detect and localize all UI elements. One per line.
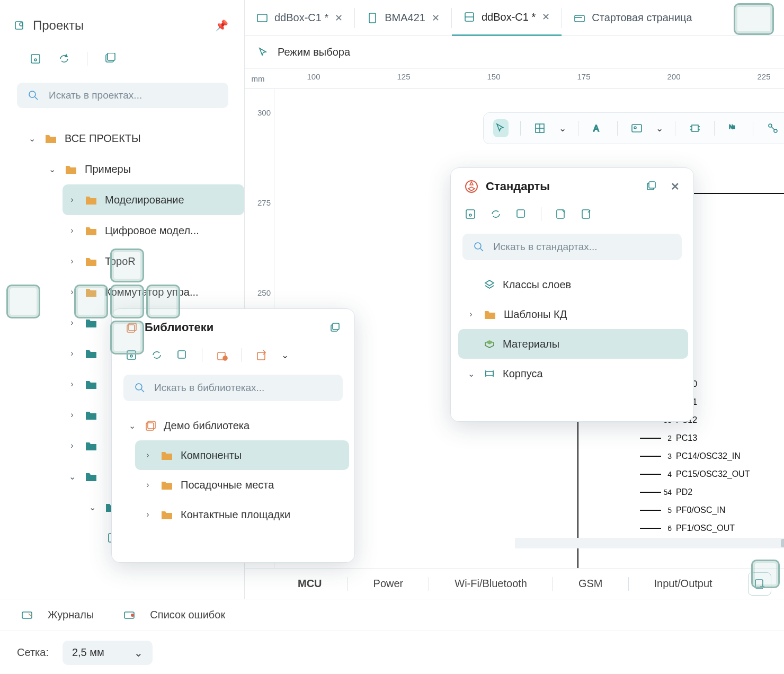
svg-point-22 [634, 127, 636, 129]
folder-teal-icon [85, 440, 97, 451]
tree-label: Классы слоев [503, 279, 571, 291]
dock-hint-edge[interactable] [6, 285, 40, 318]
chevron-down-icon: ⌄ [134, 646, 143, 659]
folder-icon [85, 255, 97, 267]
cursor-icon [495, 122, 506, 134]
image-icon [631, 122, 643, 134]
close-icon[interactable]: ✕ [671, 180, 680, 193]
dock-hint-right[interactable] [146, 285, 180, 318]
tab-schematic[interactable]: ddBox-C1 * ✕ [452, 0, 562, 36]
collapse-icon[interactable] [176, 349, 188, 361]
tree-label: Цифровое модел... [105, 225, 199, 237]
select-tool-button[interactable] [493, 119, 509, 137]
std-item-materials[interactable]: › Материалы [458, 329, 688, 359]
folder-icon [85, 194, 97, 206]
restore-icon[interactable] [645, 180, 657, 192]
tree-item-topor[interactable]: › TopoR [63, 246, 244, 277]
svg-rect-56 [486, 371, 493, 376]
refresh-icon[interactable] [490, 208, 502, 220]
refresh-icon[interactable] [58, 53, 70, 65]
standards-popup[interactable]: Стандарты ✕ Искать в стандартах... › Кла… [450, 167, 694, 422]
chevron-down-icon[interactable]: ⌄ [559, 123, 566, 134]
svg-rect-38 [178, 351, 185, 358]
standards-search[interactable]: Искать в стандартах... [462, 234, 682, 260]
folder-icon [161, 509, 173, 520]
reveal-icon[interactable] [30, 53, 41, 65]
sheet-tab[interactable]: GSM [578, 578, 603, 590]
schematic-icon [464, 11, 475, 23]
tree-label: Контактные площадки [181, 509, 290, 521]
projects-icon [14, 20, 25, 31]
lib-item-footprints[interactable]: › Посадочные места [135, 470, 349, 500]
ruler-tick: 300 [257, 108, 271, 117]
grid-select[interactable]: 2,5 мм ⌄ [63, 641, 153, 665]
designator-tool-button[interactable]: № [726, 119, 742, 137]
import-std-icon[interactable] [555, 208, 567, 220]
mode-label: Режим выбора [278, 46, 350, 58]
lib-root[interactable]: ⌄ Демо библиотека [119, 411, 349, 440]
dock-hint-corner[interactable] [734, 3, 774, 35]
pin-stub [640, 438, 661, 439]
tab-home[interactable]: Стартовая страница [562, 0, 703, 36]
mode-bar: Режим выбора [245, 36, 784, 69]
pin-row: 5PF0/OSC_IN [567, 501, 750, 519]
tree-item-primery[interactable]: ⌄ Примеры [42, 154, 244, 184]
projects-search[interactable]: Искать в проектах... [17, 83, 228, 108]
restore-icon[interactable] [329, 322, 341, 333]
close-icon[interactable]: ✕ [542, 11, 550, 23]
dock-hint-top[interactable] [110, 249, 144, 282]
sheet-tab[interactable]: Input/Output [654, 578, 712, 590]
component-tool-button[interactable] [687, 119, 702, 137]
grid-tool-button[interactable] [532, 119, 548, 137]
tab-file[interactable]: BMA421 ✕ [355, 0, 451, 36]
sheet-tab[interactable]: Power [373, 578, 404, 590]
collapse-icon[interactable] [104, 53, 116, 65]
tab-label: Стартовая страница [592, 12, 692, 24]
lib-item-pads[interactable]: › Контактные площадки [135, 500, 349, 529]
svg-text:A: A [593, 124, 599, 133]
dock-hint-left[interactable] [74, 285, 108, 318]
dock-hint-bottom[interactable] [110, 321, 144, 354]
tab-label: ddBox-C1 * [482, 11, 536, 23]
tree-item-digital[interactable]: › Цифровое модел... [63, 215, 244, 246]
scrollbar-thumb[interactable] [781, 539, 784, 547]
libraries-search[interactable]: Искать в библиотеках... [123, 375, 343, 401]
dock-hint-center[interactable] [110, 285, 144, 318]
net-tool-button[interactable] [765, 119, 780, 137]
text-tool-button[interactable]: A [590, 119, 605, 137]
std-item-templates[interactable]: › Шаблоны КД [458, 299, 688, 329]
reveal-icon[interactable] [465, 208, 476, 220]
std-item-layers[interactable]: › Классы слоев [458, 270, 688, 299]
status-bar: Сетка: 2,5 мм ⌄ [0, 631, 784, 674]
libraries-popup[interactable]: Библиотеки ⌄ Искать в библиотеках... ⌄ Д… [111, 308, 355, 563]
lib-item-components[interactable]: › Компоненты [135, 440, 349, 470]
ruler-unit: mm [245, 69, 271, 88]
tree-item-model[interactable]: › Моделирование [63, 184, 244, 215]
search-placeholder: Искать в стандартах... [493, 241, 598, 253]
close-icon[interactable]: ✕ [432, 12, 440, 24]
dock-hint-corner[interactable] [751, 560, 780, 588]
sheet-tab[interactable]: Wi-Fi/Bluetooth [455, 578, 527, 590]
import-lib-icon[interactable] [256, 349, 268, 361]
sheet-tab[interactable]: MCU [298, 578, 322, 590]
tab-board[interactable]: ddBox-C1 * ✕ [245, 0, 354, 36]
image-tool-button[interactable] [629, 119, 645, 137]
folder-icon [85, 225, 97, 236]
package-icon [484, 368, 495, 379]
std-item-packages[interactable]: ⌄ Корпуса [458, 359, 688, 388]
add-lib-icon[interactable] [216, 349, 228, 361]
errors-button[interactable]: Список ошибок [150, 609, 225, 621]
journals-button[interactable]: Журналы [48, 609, 94, 621]
tree-label: Компоненты [181, 449, 242, 462]
collapse-icon[interactable] [515, 208, 527, 220]
pin-name: PF0/OSC_IN [676, 506, 725, 515]
pin-icon[interactable]: 📌 [215, 19, 228, 32]
chevron-down-icon[interactable]: ⌄ [281, 350, 289, 361]
chevron-down-icon[interactable]: ⌄ [656, 123, 663, 134]
pin-row: 2PC13 [567, 429, 750, 447]
refresh-icon[interactable] [151, 349, 163, 361]
close-icon[interactable]: ✕ [335, 12, 343, 24]
export-std-icon[interactable] [581, 208, 592, 220]
horizontal-scrollbar[interactable] [515, 538, 784, 548]
tree-root[interactable]: ⌄ ВСЕ ПРОЕКТЫ [22, 123, 244, 154]
